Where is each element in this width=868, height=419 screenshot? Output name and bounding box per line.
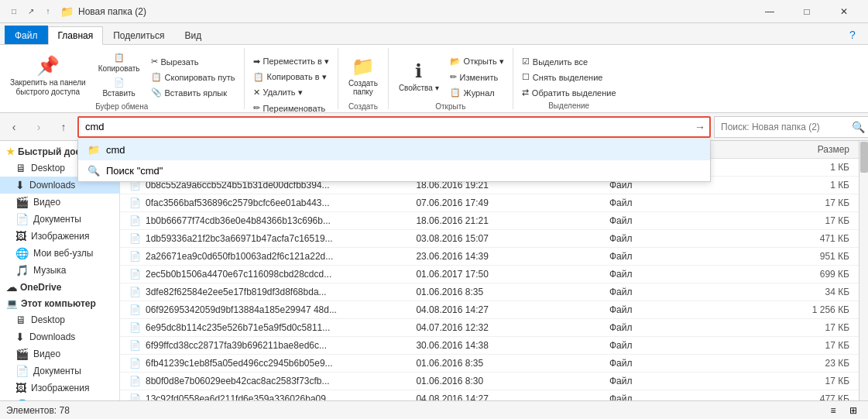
select-buttons: ☑ Выделить все ☐ Снять выделение ⇄ Обрат…: [518, 48, 620, 100]
copy-path-button[interactable]: 📋 Скопировать путь: [147, 70, 239, 84]
title-bar-left: □ ↗ ↑ 📁 Новая папка (2): [6, 4, 146, 19]
close-button[interactable]: ✕: [826, 0, 862, 23]
video-pc-icon: 🎬: [15, 348, 29, 360]
back-button[interactable]: ‹: [3, 116, 25, 138]
file-icon: 📄: [129, 251, 141, 262]
file-size: 17 КБ: [753, 338, 853, 352]
select-all-icon: ☑: [522, 57, 530, 67]
move-to-button[interactable]: ➡ Переместить в ▾: [249, 54, 333, 69]
images-pc-label: Изображения: [31, 383, 89, 393]
invert-button[interactable]: ⇄ Обратить выделение: [518, 85, 620, 100]
status-bar: Элементов: 78 ≡ ⊞: [0, 400, 868, 419]
quick-access-btn-1[interactable]: □: [6, 4, 22, 19]
copy-to-button[interactable]: 📋 Копировать в ▾: [249, 70, 333, 84]
file-name: 6fb41239c1eb8f5a05ed496cc2945b6b05e9...: [146, 358, 333, 369]
file-date: 04.08.2016 14:27: [413, 392, 606, 400]
paste-shortcut-button[interactable]: 📎 Вставить ярлык: [147, 85, 239, 100]
maximize-button[interactable]: □: [789, 0, 825, 23]
select-label: Выделение: [548, 100, 589, 112]
rename-button[interactable]: ✏ Переименовать: [249, 101, 333, 115]
file-icon: 📄: [129, 358, 141, 369]
ribbon-section-clipboard: 📌 Закрепить на панелибыстрого доступа 📋 …: [0, 48, 245, 109]
table-row[interactable]: 📄 6e95dc8b114c235e526b71e5a9f5d0c5811...…: [120, 319, 859, 337]
sidebar-item-video-quick[interactable]: 🎬 Видео: [0, 194, 119, 211]
view-tile-button[interactable]: ⊞: [845, 403, 862, 418]
tab-file[interactable]: Файл: [5, 26, 48, 44]
minimize-button[interactable]: —: [752, 0, 787, 23]
properties-button[interactable]: ℹ Свойства ▾: [393, 51, 444, 101]
view-list-button[interactable]: ≡: [825, 403, 842, 418]
address-go-button[interactable]: →: [691, 118, 709, 136]
history-icon: 📋: [450, 88, 461, 98]
dropdown-cmd-label: cmd: [106, 144, 125, 156]
copy-button[interactable]: 📋 Копировать: [93, 51, 146, 74]
scrollbar-thumb[interactable]: [860, 142, 868, 173]
delete-button[interactable]: ✕ Удалить ▾: [249, 85, 333, 100]
sidebar-item-weblinks-pc[interactable]: 🌐 Мои веб-узлы: [0, 397, 119, 400]
file-type: Файл: [606, 249, 753, 263]
sidebar-item-images-quick[interactable]: 🖼 Изображения: [0, 228, 119, 245]
title-bar-controls: — □ ✕: [752, 0, 862, 23]
file-date: 23.06.2016 14:39: [413, 249, 606, 263]
search-input[interactable]: [714, 116, 868, 138]
ribbon-section-open: ℹ Свойства ▾ 📂 Открыть ▾ ✏ Изменить 📋 Жу…: [389, 48, 513, 109]
up-button[interactable]: ↑: [53, 116, 74, 138]
table-row[interactable]: 📄 1db59336a21f2bc3a66971b47acfa7c16519..…: [120, 230, 859, 248]
help-button[interactable]: ?: [843, 26, 862, 44]
dropdown-item-search[interactable]: 🔍 Поиск "cmd": [78, 160, 710, 181]
pin-button[interactable]: 📌 Закрепить на панелибыстрого доступа: [5, 51, 91, 101]
dropdown-item-cmd[interactable]: 📁 cmd: [78, 139, 710, 160]
quick-access-btn-2[interactable]: ↗: [23, 4, 39, 19]
new-folder-button[interactable]: 📁 Создатьпапку: [343, 51, 383, 101]
quick-access-btn-3[interactable]: ↑: [40, 4, 56, 19]
file-type: Файл: [606, 356, 753, 370]
sidebar-item-desktop-pc[interactable]: 🖥 Desktop: [0, 311, 119, 328]
file-icon: 📄: [129, 304, 141, 315]
table-row[interactable]: 📄 3dfe82f62584e2ee5e17fb819df3d8f68bda..…: [120, 283, 859, 301]
table-row[interactable]: 📄 13c92fd0558ea6d211fd6e359a336026ba09..…: [120, 390, 859, 400]
file-size: 471 КБ: [753, 232, 853, 246]
select-all-button[interactable]: ☑ Выделить все: [518, 54, 620, 69]
cut-button[interactable]: ✂ Вырезать: [147, 54, 239, 69]
table-row[interactable]: 📄 6f99ffcd38cc28717fa39b696211bae8ed6c..…: [120, 337, 859, 355]
paste-button[interactable]: 📄 Вставить: [93, 76, 146, 99]
sidebar-item-music-quick[interactable]: 🎵 Музыка: [0, 262, 119, 279]
file-type: Файл: [606, 232, 753, 246]
history-button[interactable]: 📋 Журнал: [446, 85, 508, 100]
tab-view[interactable]: Вид: [174, 26, 211, 44]
open-buttons: ℹ Свойства ▾ 📂 Открыть ▾ ✏ Изменить 📋 Жу…: [393, 48, 508, 101]
ribbon-tabs: Файл Главная Поделиться Вид ?: [0, 23, 868, 45]
scrollbar-track[interactable]: [859, 141, 868, 400]
table-row[interactable]: 📄 2ec5b0b1506a4470e67c116098cbd28cdcd...…: [120, 266, 859, 283]
file-icon: 📄: [129, 393, 141, 400]
tab-home[interactable]: Главная: [48, 26, 104, 45]
tab-share[interactable]: Поделиться: [103, 26, 174, 44]
address-input[interactable]: [77, 116, 711, 138]
forward-button[interactable]: ›: [28, 116, 50, 138]
table-row[interactable]: 📄 8b0f0d8e7b06029eeb42cac8ac2583f73cfb..…: [120, 373, 859, 390]
table-row[interactable]: 📄 6fb41239c1eb8f5a05ed496cc2945b6b05e9..…: [120, 355, 859, 373]
file-size: 699 КБ: [753, 267, 853, 281]
deselect-button[interactable]: ☐ Снять выделение: [518, 70, 620, 84]
properties-label: Свойства ▾: [399, 84, 439, 92]
images-quick-icon: 🖼: [15, 230, 26, 242]
file-size: 34 КБ: [753, 285, 853, 299]
col-size-header[interactable]: Размер: [753, 143, 853, 156]
sidebar-item-docs-pc[interactable]: 📄 Документы: [0, 362, 119, 380]
table-row[interactable]: 📄 06f92695342059d9bf13884a185e29947 48d.…: [120, 301, 859, 319]
sidebar-thispc-header[interactable]: 💻 Этот компьютер: [0, 296, 119, 311]
table-row[interactable]: 📄 0fac3566baf536896c2579bcfc6ee01ab443..…: [120, 194, 859, 212]
weblinks-pc-icon: 🌐: [15, 399, 29, 400]
sidebar-item-weblinks[interactable]: 🌐 Мои веб-узлы: [0, 245, 119, 262]
sidebar-onedrive-header[interactable]: ☁ OneDrive: [0, 279, 119, 296]
table-row[interactable]: 📄 1b0b66677f74cdb36e0e4b84366b13c696b...…: [120, 212, 859, 230]
file-size: 17 КБ: [753, 374, 853, 388]
open-button[interactable]: 📂 Открыть ▾: [446, 54, 508, 69]
table-row[interactable]: 📄 2a26671ea9c0d650fb10063ad2f6c121a22d..…: [120, 248, 859, 266]
sidebar-item-video-pc[interactable]: 🎬 Видео: [0, 345, 119, 362]
sidebar-item-downloads-pc[interactable]: ⬇ Downloads: [0, 328, 119, 345]
search-button[interactable]: 🔍: [852, 121, 865, 133]
sidebar-item-images-pc[interactable]: 🖼 Изображения: [0, 380, 119, 397]
edit-button[interactable]: ✏ Изменить: [446, 70, 508, 84]
sidebar-item-docs-quick[interactable]: 📄 Документы: [0, 211, 119, 228]
